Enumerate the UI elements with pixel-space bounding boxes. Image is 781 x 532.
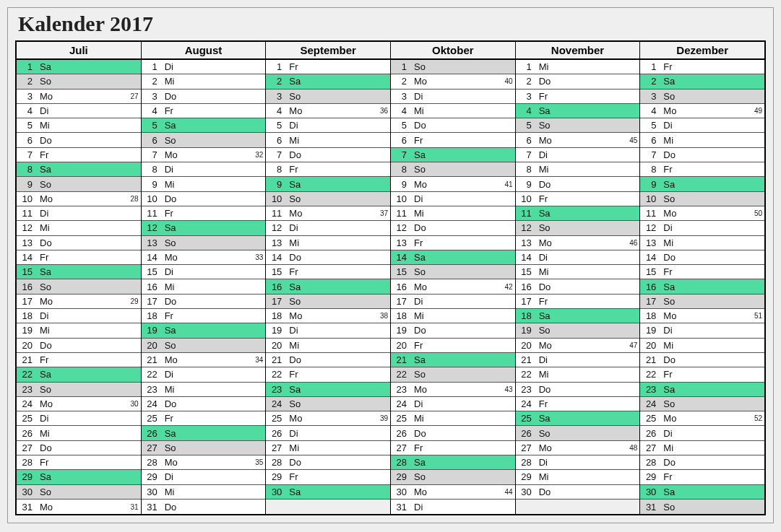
day-number: 8 (142, 164, 160, 175)
day-cell: 15Sa (17, 265, 141, 279)
day-cell: 23Sa (640, 383, 764, 397)
weekday-label: Do (35, 442, 59, 453)
day-cell: 7Do (266, 148, 390, 162)
week-number: 52 (754, 414, 764, 422)
day-number: 23 (391, 384, 410, 395)
weekday-label: Mi (285, 442, 308, 453)
weekday-label: Sa (410, 252, 433, 263)
day-cell: 22Di (142, 367, 266, 382)
day-number: 6 (142, 135, 160, 146)
weekday-label: Sa (160, 120, 184, 131)
day-number: 18 (516, 310, 535, 321)
day-cell: 27Mo48 (516, 441, 640, 455)
day-cell: 28Sa (391, 455, 515, 470)
day-cell: 30Do (516, 485, 640, 500)
day-number: 11 (142, 208, 160, 219)
day-number: 28 (391, 457, 410, 468)
weekday-label: Di (410, 91, 433, 102)
day-number: 21 (391, 354, 410, 365)
weekday-label: So (659, 193, 682, 204)
day-cell: 30Mo44 (391, 485, 515, 500)
day-number: 10 (266, 193, 285, 204)
day-number: 21 (266, 354, 285, 365)
day-number: 26 (640, 428, 659, 439)
weekday-label: So (285, 296, 308, 307)
weekday-label: Di (285, 428, 308, 439)
day-number: 7 (391, 149, 410, 160)
day-cell: 4Di (17, 104, 141, 118)
day-cell: 11Di (17, 206, 141, 221)
day-cell: 26Di (266, 426, 390, 440)
day-number: 7 (266, 149, 285, 160)
day-number: 18 (142, 310, 160, 321)
day-number: 1 (266, 61, 285, 72)
weekday-label: Mo (35, 91, 59, 102)
day-cell: 18Di (17, 309, 141, 323)
weekday-label: Do (160, 502, 184, 513)
day-cell: 21Do (640, 353, 764, 367)
day-number: 11 (640, 208, 659, 219)
day-cell: 7Do (640, 148, 764, 162)
day-number: 17 (640, 296, 659, 307)
day-number: 5 (17, 120, 35, 131)
weekday-label: Di (659, 120, 682, 131)
day-cell: 8Fr (640, 162, 764, 177)
weekday-label: Mi (535, 266, 558, 277)
week-number: 29 (131, 297, 141, 305)
day-number: 5 (142, 120, 160, 131)
weekday-label: Sa (535, 413, 558, 424)
day-number: 29 (391, 471, 410, 482)
weekday-label: Di (659, 325, 682, 336)
day-number: 13 (266, 237, 285, 248)
day-cell: 4Fr (142, 104, 266, 118)
day-number: 29 (17, 471, 35, 482)
day-cell: 16So (17, 279, 141, 294)
day-number: 16 (142, 282, 160, 292)
weekday-label: Sa (35, 471, 59, 482)
day-cell: 13Mi (640, 236, 764, 250)
day-number: 27 (391, 442, 410, 453)
weekday-label: Fr (659, 471, 682, 482)
day-cell: 16Mo42 (391, 279, 515, 294)
day-cell: 6Mi (266, 133, 390, 147)
weekday-label: Mo (285, 105, 308, 116)
day-number: 2 (142, 76, 160, 87)
day-cell: 3Do (142, 90, 266, 104)
month-header: November (516, 42, 640, 60)
weekday-label: So (535, 222, 558, 233)
day-number: 2 (266, 76, 285, 87)
day-number: 17 (516, 296, 535, 307)
weekday-label: Mo (410, 487, 433, 497)
day-cell: 2Sa (640, 74, 764, 89)
day-cell: 11Mo37 (266, 206, 390, 221)
weekday-label: Mi (35, 120, 59, 131)
day-number: 14 (142, 252, 160, 263)
weekday-label: Fr (285, 369, 308, 380)
day-number: 15 (266, 266, 285, 277)
weekday-label: Do (285, 149, 308, 160)
weekday-label: Sa (659, 179, 682, 190)
day-cell: 10Mo28 (17, 192, 141, 206)
day-cell: 20Mi (640, 339, 764, 353)
day-number: 9 (142, 179, 160, 190)
day-cell: 12Do (391, 221, 515, 235)
day-number: 5 (391, 120, 410, 131)
day-number: 14 (391, 252, 410, 263)
weekday-label: Do (285, 354, 308, 365)
weekday-label: So (659, 91, 682, 102)
weekday-label: So (410, 61, 433, 72)
weekday-label: Do (535, 282, 558, 292)
day-number: 19 (391, 325, 410, 336)
week-number: 42 (505, 283, 515, 291)
weekday-label: So (160, 135, 184, 146)
weekday-label: So (35, 487, 59, 497)
day-cell: 18Mi (391, 309, 515, 323)
weekday-label: Fr (160, 105, 184, 116)
weekday-label: So (535, 120, 558, 131)
day-cell: 26Do (391, 426, 515, 440)
day-cell: 21Sa (391, 353, 515, 367)
weekday-label: Do (160, 91, 184, 102)
day-number: 22 (391, 369, 410, 380)
day-number: 31 (391, 502, 410, 513)
weekday-label: Do (160, 398, 184, 409)
